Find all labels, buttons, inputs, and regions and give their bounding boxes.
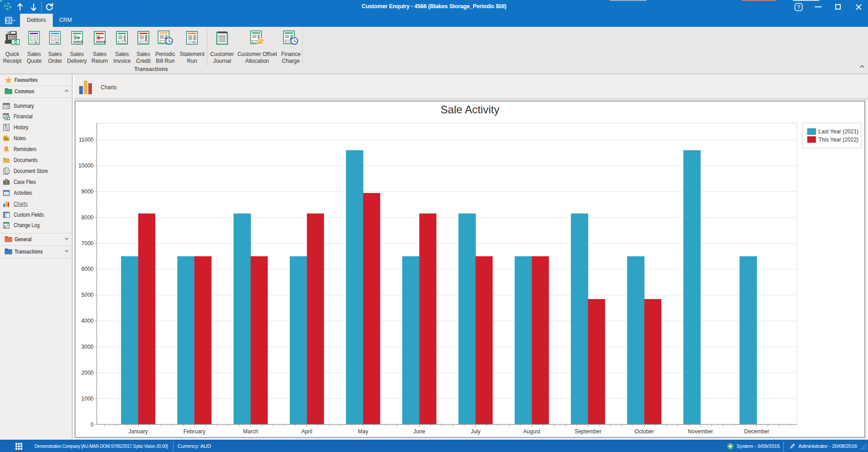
svg-text:5000: 5000	[81, 292, 94, 298]
svg-text:December: December	[744, 428, 769, 435]
svg-text:January: January	[128, 428, 148, 435]
svg-text:6000: 6000	[81, 266, 94, 272]
svg-text:4000: 4000	[81, 318, 94, 324]
svg-text:February: February	[183, 428, 205, 435]
svg-text:9000: 9000	[81, 188, 94, 195]
svg-text:March: March	[243, 428, 258, 435]
svg-text:0: 0	[91, 422, 94, 428]
svg-text:June: June	[413, 428, 425, 435]
svg-text:July: July	[471, 428, 480, 435]
svg-text:10000: 10000	[78, 163, 94, 169]
svg-text:2000: 2000	[81, 370, 94, 376]
svg-text:April: April	[301, 428, 312, 435]
svg-text:7000: 7000	[81, 240, 94, 247]
svg-text:October: October	[635, 428, 654, 435]
svg-text:Last Year (2021): Last Year (2021)	[818, 128, 858, 135]
svg-text:November: November	[688, 428, 713, 435]
svg-text:8000: 8000	[81, 214, 94, 221]
svg-text:September: September	[574, 428, 601, 435]
svg-text:August: August	[523, 428, 541, 435]
svg-text:3000: 3000	[81, 344, 94, 350]
svg-text:May: May	[358, 428, 368, 435]
svg-text:1000: 1000	[81, 396, 94, 402]
svg-text:11000: 11000	[79, 137, 94, 143]
svg-text:This Year (2022): This Year (2022)	[818, 137, 858, 143]
